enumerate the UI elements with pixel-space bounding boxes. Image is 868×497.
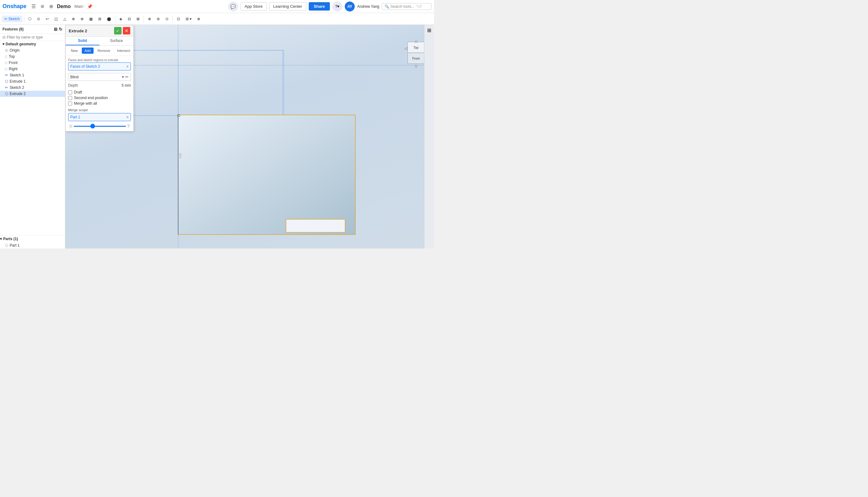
extrude-slider[interactable] (74, 126, 126, 127)
sidebar-item-extrude1[interactable]: ⬡ Extrude 1 (0, 78, 65, 85)
right-panel-icon-1[interactable]: ⊞ (427, 27, 431, 33)
tab-surface[interactable]: Surface (99, 37, 133, 45)
extrude-body: Faces and sketch regions to extrude Face… (66, 56, 133, 131)
faces-clear-button[interactable]: × (126, 64, 129, 69)
sidebar-item-origin[interactable]: ⊙ Origin (0, 47, 65, 54)
sidebar-refresh-icon[interactable]: ↻ (59, 27, 63, 32)
sidebar-item-top[interactable]: □ Top (0, 54, 65, 60)
logo[interactable]: Onshape (2, 3, 26, 10)
extrude-type-tabs: Solid Surface (66, 37, 133, 46)
subtab-intersect[interactable]: Intersect (114, 47, 133, 54)
merge-scope-box[interactable]: Part 1 × (68, 113, 131, 121)
right-label: Right (9, 67, 17, 71)
tool-17[interactable]: ⊡ (175, 16, 182, 23)
user-avatar[interactable]: AY (345, 2, 355, 12)
sidebar-item-sketch2[interactable]: ✏ Sketch 2 (0, 85, 65, 91)
tool-3[interactable]: ↩ (43, 16, 51, 23)
merge-scope-label: Merge scope (68, 108, 131, 112)
tool-1[interactable]: ⎔ (26, 16, 34, 23)
tool-15[interactable]: ⊛ (154, 16, 162, 23)
canvas-area[interactable]: ⬆ Extrude 2 ✓ ✕ Solid Surface New Add (65, 25, 434, 248)
tool-13[interactable]: ⊠ (134, 16, 142, 23)
learning-center-button[interactable]: Learning Center (269, 2, 306, 11)
features-count: Features (8) (2, 27, 24, 31)
app-store-button[interactable]: App Store (240, 2, 267, 11)
sketch1-label: Sketch 1 (10, 73, 24, 77)
depth-value[interactable]: 5 mm (122, 83, 131, 88)
main-area: Features (8) ⊞ ↻ ⊟ ▾ Default geometry ⊙ … (0, 25, 434, 248)
tool-4[interactable]: ◫ (52, 16, 60, 23)
subtab-remove[interactable]: Remove (95, 47, 113, 54)
top-bar: Onshape ☰ ⊞ ⊕ Demo Main 📌 💬 App Store Le… (0, 0, 434, 13)
part1-icon: ⬡ (5, 243, 8, 247)
merge-all-checkbox[interactable] (68, 102, 72, 105)
tool-10[interactable]: ⬤ (105, 16, 113, 23)
second-end-checkbox[interactable] (68, 96, 72, 100)
sidebar-filter-icon[interactable]: ⊞ (54, 27, 57, 32)
method-dropdown[interactable]: Blind ▾ ✏ (68, 73, 131, 81)
help-icon[interactable]: ? (127, 124, 130, 129)
tool-11[interactable]: ◈ (117, 16, 125, 23)
tool-9-icon: ⊞ (98, 17, 101, 21)
top-label: Top (9, 54, 15, 59)
pin-icon[interactable]: 📌 (87, 4, 92, 9)
extrude2-label: Extrude 2 (10, 91, 26, 96)
help-button[interactable]: ?▾ (332, 2, 342, 12)
svg-rect-3 (178, 50, 284, 116)
tool-16[interactable]: ⊙ (163, 16, 171, 23)
tool-16-icon: ⊙ (165, 17, 168, 21)
tool-17-icon: ⊡ (177, 17, 180, 21)
parts-group-header[interactable]: ▾ Parts (1) (0, 236, 65, 242)
tool-14-icon: ⊕ (148, 17, 151, 21)
tool-4-icon: ◫ (54, 17, 58, 21)
sidebar-item-front[interactable]: □ Front (0, 60, 65, 66)
tool-12[interactable]: ⊟ (125, 16, 133, 23)
tab-solid[interactable]: Solid (66, 37, 99, 45)
add-icon[interactable]: ⊕ (48, 2, 54, 11)
tool-6[interactable]: ⊕ (69, 16, 78, 23)
chat-button[interactable]: 💬 (228, 2, 238, 12)
tool-19-icon: ⊕ (197, 17, 200, 21)
sidebar-search[interactable]: ⊟ (0, 34, 65, 41)
tool-5[interactable]: △ (61, 16, 69, 23)
svg-rect-4 (178, 115, 355, 235)
tool-7[interactable]: ⊗ (78, 16, 86, 23)
faces-box[interactable]: Faces of Sketch 2 × (68, 62, 131, 71)
tool-19[interactable]: ⊕ (195, 16, 203, 23)
sidebar-item-extrude2[interactable]: ⬡ Extrude 2 (0, 91, 65, 97)
sidebar-item-part1[interactable]: ⬡ Part 1 (0, 242, 65, 248)
share-button[interactable]: Share (309, 2, 330, 11)
filter-input[interactable] (7, 35, 63, 40)
extrude-ok-button[interactable]: ✓ (114, 27, 122, 34)
depth-row: Depth 5 mm (68, 83, 131, 88)
extrude1-label: Extrude 1 (10, 79, 26, 84)
tool-9[interactable]: ⊞ (96, 16, 104, 23)
front-label: Front (9, 60, 17, 65)
parts-chevron-icon: ▾ (0, 237, 2, 241)
tool-2[interactable]: ⊙ (35, 16, 43, 23)
slider-row: ⊟ ? (68, 124, 131, 129)
tool-8[interactable]: ▦ (87, 16, 95, 23)
nav-cube[interactable]: Top Front ◁ ▷ △ ▽ (400, 40, 428, 68)
user-name[interactable]: Andrew Yang (357, 4, 379, 9)
subtab-new[interactable]: New (68, 47, 81, 54)
menu-icon[interactable]: ☰ (30, 2, 37, 11)
subtab-add[interactable]: Add (82, 47, 94, 54)
faces-label: Faces and sketch regions to extrude (68, 58, 131, 62)
toolbar-separator-3 (143, 15, 144, 23)
sidebar-item-sketch1[interactable]: ✏ Sketch 1 (0, 72, 65, 78)
extrude-cancel-button[interactable]: ✕ (123, 27, 130, 34)
search-box[interactable]: 🔍 Search tools... ⌥C (382, 3, 431, 10)
default-geometry-group[interactable]: ▾ Default geometry (0, 41, 65, 47)
tool-14[interactable]: ⊕ (146, 16, 154, 23)
features-icon[interactable]: ⊞ (40, 3, 45, 10)
tool-18[interactable]: ⊞▾ (183, 16, 194, 23)
part1-label: Part 1 (10, 243, 19, 247)
sketch-icon: ✏ (4, 17, 8, 21)
sketch2-label: Sketch 2 (10, 85, 24, 90)
merge-scope-clear-button[interactable]: × (126, 115, 129, 119)
sketch-tool[interactable]: ✏ Sketch (2, 16, 23, 23)
draft-checkbox[interactable] (68, 90, 72, 95)
depth-label: Depth (68, 83, 78, 88)
sidebar-item-right[interactable]: □ Right (0, 66, 65, 72)
